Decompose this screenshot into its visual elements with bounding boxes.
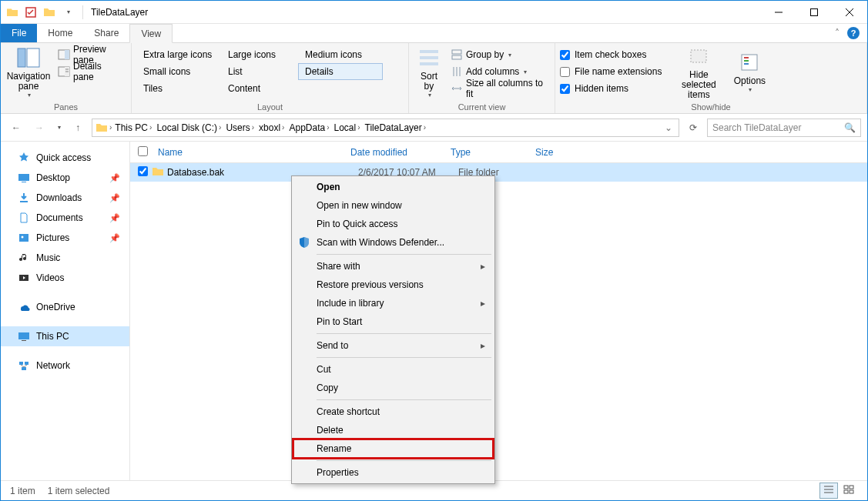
menu-share-with[interactable]: Share with▸	[293, 257, 493, 276]
menu-rename[interactable]: Rename	[293, 439, 493, 458]
menu-cut[interactable]: Cut	[293, 360, 493, 379]
pin-icon: 📌	[109, 213, 120, 223]
ribbon-collapse-icon[interactable]: ˄	[835, 28, 840, 38]
navigation-tree[interactable]: Quick access Desktop📌 Downloads📌 Documen…	[1, 142, 130, 480]
layout-medium[interactable]: Medium icons	[298, 46, 383, 63]
svg-point-56	[22, 236, 24, 239]
column-headers[interactable]: Name Date modified Type Size	[130, 142, 867, 163]
file-list[interactable]: Name Date modified Type Size Database.ba…	[130, 142, 867, 480]
layout-gallery[interactable]: Extra large icons Large icons Medium ico…	[136, 46, 383, 97]
up-button[interactable]: ↑	[69, 119, 87, 137]
group-by-button[interactable]: Group by▾	[447, 46, 550, 63]
qat-newfolder-icon[interactable]	[41, 4, 58, 21]
help-icon[interactable]: ?	[847, 27, 860, 39]
column-size[interactable]: Size	[529, 147, 591, 158]
view-large-button[interactable]	[840, 483, 858, 499]
menu-copy[interactable]: Copy	[293, 379, 493, 397]
ribbon: Navigation pane ▾ Preview pane Details p…	[1, 43, 867, 114]
hide-selected-button[interactable]: Hide selected items	[671, 46, 726, 97]
select-all-checkbox[interactable]	[138, 146, 148, 156]
file-menu[interactable]: File	[1, 24, 37, 42]
column-type[interactable]: Type	[444, 147, 529, 158]
row-checkbox[interactable]	[138, 166, 148, 176]
menu-send-to[interactable]: Send to▸	[293, 336, 493, 355]
layout-tiles[interactable]: Tiles	[136, 80, 221, 97]
svg-rect-55	[19, 234, 28, 242]
options-button[interactable]: Options▾	[729, 46, 769, 97]
nav-videos[interactable]: Videos	[1, 268, 129, 288]
size-columns-button[interactable]: Size all columns to fit	[447, 80, 550, 97]
hidden-items-toggle[interactable]: Hidden items	[560, 80, 662, 97]
nav-quick-access[interactable]: Quick access	[1, 148, 129, 168]
menu-defender[interactable]: Scan with Windows Defender...	[293, 233, 493, 252]
column-name[interactable]: Name	[152, 147, 344, 158]
forward-button[interactable]: →	[30, 119, 49, 137]
svg-rect-53	[22, 182, 26, 182]
context-menu: Open Open in new window Pin to Quick acc…	[291, 175, 495, 484]
svg-line-63	[21, 365, 24, 367]
nav-documents[interactable]: Documents📌	[1, 208, 129, 228]
layout-content[interactable]: Content	[221, 80, 298, 97]
titlebar: ▾ TileDataLayer	[1, 1, 867, 24]
layout-small[interactable]: Small icons	[136, 63, 221, 80]
nav-network[interactable]: Network	[1, 356, 129, 376]
column-date[interactable]: Date modified	[344, 147, 444, 158]
svg-rect-42	[452, 50, 461, 54]
svg-rect-69	[850, 486, 853, 489]
qat-dropdown-icon[interactable]: ▾	[59, 4, 76, 21]
menu-properties[interactable]: Properties	[293, 463, 493, 482]
nav-music[interactable]: Music	[1, 248, 129, 268]
svg-rect-8	[65, 50, 69, 59]
breadcrumb-dropdown-icon[interactable]: ⌄	[665, 122, 672, 133]
menu-include-library[interactable]: Include in library▸	[293, 294, 493, 312]
close-button[interactable]	[832, 1, 867, 24]
menubar: File Home Share View ˄ ?	[1, 24, 867, 43]
file-row[interactable]: Database.bak 2/6/2017 10:07 AM File fold…	[130, 163, 867, 182]
tab-view[interactable]: View	[129, 24, 173, 43]
window-title: TileDataLayer	[86, 7, 148, 18]
sort-by-button[interactable]: Sort by▾	[414, 46, 444, 97]
svg-rect-51	[744, 63, 749, 65]
layout-extra-large[interactable]: Extra large icons	[136, 46, 221, 63]
breadcrumb[interactable]: › This PC› Local Disk (C:)› Users› xboxl…	[92, 119, 679, 137]
view-details-button[interactable]	[819, 483, 838, 499]
nav-downloads[interactable]: Downloads📌	[1, 188, 129, 208]
minimize-button[interactable]	[761, 1, 796, 24]
menu-delete[interactable]: Delete	[293, 421, 493, 439]
details-pane-button[interactable]: Details pane	[55, 63, 126, 80]
nav-this-pc[interactable]: This PC	[1, 326, 129, 346]
qat-folder-icon	[4, 4, 21, 21]
layout-details[interactable]: Details	[298, 63, 383, 80]
layout-large[interactable]: Large icons	[221, 46, 298, 63]
layout-list[interactable]: List	[221, 63, 298, 80]
menu-pin-quick[interactable]: Pin to Quick access	[293, 215, 493, 233]
svg-rect-6	[27, 48, 39, 67]
svg-rect-60	[19, 362, 23, 365]
maximize-button[interactable]	[796, 1, 832, 24]
nav-onedrive[interactable]: OneDrive	[1, 297, 129, 317]
item-checkboxes-toggle[interactable]: Item check boxes	[560, 46, 662, 63]
menu-create-shortcut[interactable]: Create shortcut	[293, 402, 493, 421]
svg-rect-43	[452, 55, 461, 59]
menu-restore[interactable]: Restore previous versions	[293, 276, 493, 294]
file-extensions-toggle[interactable]: File name extensions	[560, 63, 662, 80]
tab-home[interactable]: Home	[37, 24, 83, 42]
svg-rect-52	[18, 174, 29, 181]
refresh-button[interactable]: ⟳	[684, 119, 702, 137]
nav-pictures[interactable]: Pictures📌	[1, 228, 129, 248]
navigation-pane-button[interactable]: Navigation pane ▾	[5, 46, 52, 97]
qat-properties-icon[interactable]	[22, 4, 39, 21]
menu-open[interactable]: Open	[293, 178, 493, 196]
nav-desktop[interactable]: Desktop📌	[1, 168, 129, 188]
search-icon: 🔍	[844, 122, 856, 133]
svg-rect-5	[18, 48, 25, 67]
search-input[interactable]: Search TileDataLayer 🔍	[707, 119, 861, 137]
menu-open-new-window[interactable]: Open in new window	[293, 196, 493, 215]
back-button[interactable]: ←	[7, 119, 25, 137]
menu-pin-start[interactable]: Pin to Start	[293, 312, 493, 331]
tab-share[interactable]: Share	[83, 24, 129, 42]
status-count: 1 item	[10, 486, 35, 496]
pin-icon: 📌	[109, 233, 120, 243]
svg-rect-40	[420, 56, 438, 59]
recent-dropdown[interactable]: ▾	[53, 119, 64, 137]
